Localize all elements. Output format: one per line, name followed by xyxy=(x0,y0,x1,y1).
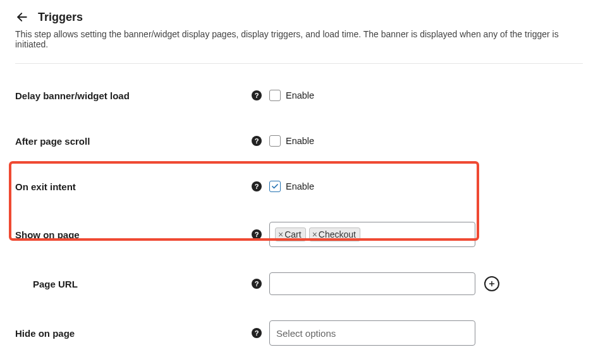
label-delay-load: Delay banner/widget load xyxy=(15,90,130,101)
label-exit-intent: On exit intent xyxy=(15,181,76,192)
help-icon[interactable]: ? xyxy=(252,181,262,191)
label-after-scroll: After page scroll xyxy=(15,136,90,147)
tag-remove-icon[interactable]: × xyxy=(312,230,317,239)
checkbox-after-scroll[interactable] xyxy=(269,135,281,147)
help-icon[interactable]: ? xyxy=(252,279,262,289)
divider xyxy=(15,63,583,64)
form: Delay banner/widget load ? Enable After … xyxy=(15,85,583,364)
enable-label: Enable xyxy=(286,181,314,191)
multiselect-hide-on-page[interactable]: Select options xyxy=(269,320,475,346)
checkbox-exit-intent[interactable] xyxy=(269,181,281,192)
input-page-url[interactable] xyxy=(269,272,475,295)
checkbox-delay-load[interactable] xyxy=(269,90,281,101)
enable-label: Enable xyxy=(286,136,314,146)
tag-remove-icon[interactable]: × xyxy=(278,230,283,239)
row-hide-on-page: Hide on page ? Select options xyxy=(15,320,583,346)
help-icon[interactable]: ? xyxy=(252,90,262,100)
label-page-url: Page URL xyxy=(33,279,78,289)
enable-label: Enable xyxy=(286,90,314,100)
help-icon[interactable]: ? xyxy=(252,328,262,338)
placeholder: Select options xyxy=(275,328,336,339)
tag-label: Cart xyxy=(284,229,301,240)
help-icon[interactable]: ? xyxy=(252,229,262,240)
tag: × Cart xyxy=(275,228,306,241)
row-after-scroll: After page scroll ? Enable xyxy=(15,131,583,151)
row-page-url: Page URL ? xyxy=(15,272,583,295)
label-hide-on-page: Hide on page xyxy=(15,328,75,339)
page-description: This step allows setting the banner/widg… xyxy=(15,29,583,49)
row-exit-intent: On exit intent ? Enable xyxy=(15,176,583,197)
tag: × Checkout xyxy=(309,228,360,241)
label-show-on-page: Show on page xyxy=(15,229,80,240)
back-button[interactable] xyxy=(15,10,29,24)
tag-label: Checkout xyxy=(319,229,356,240)
row-show-on-page: Show on page ? × Cart × Checkout xyxy=(15,222,583,247)
page-title: Triggers xyxy=(38,11,83,24)
row-delay-load: Delay banner/widget load ? Enable xyxy=(15,85,583,106)
multiselect-show-on-page[interactable]: × Cart × Checkout xyxy=(269,222,475,247)
help-icon[interactable]: ? xyxy=(252,136,262,146)
add-button[interactable] xyxy=(484,276,499,291)
